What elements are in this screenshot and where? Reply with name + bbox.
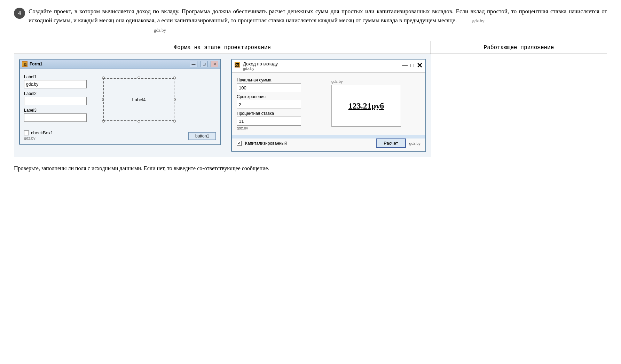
app-left-section: Начальная сумма Срок хранения Процентная… — [237, 76, 306, 130]
watermark-1: gdz.by — [472, 18, 484, 23]
checkbox-row: checkBox1 — [24, 130, 53, 135]
left-col-content: 🖼 Form1 — ⊡ ✕ Label1 Label2 — [14, 54, 226, 157]
two-columns-layout: Форма на этапе проектирования Работающее… — [14, 41, 607, 157]
app-label2: Срок хранения — [237, 94, 306, 99]
label4-text: Label4 — [132, 97, 146, 102]
result-box: 123.21руб — [331, 85, 401, 127]
right-panel-header: Работающее приложение — [431, 41, 607, 54]
button1[interactable]: button1 — [188, 132, 216, 140]
form-bottom-row: checkBox1 gdz.by button1 — [24, 127, 216, 140]
app-close-btn[interactable]: ✕ — [417, 61, 423, 70]
app-input3[interactable] — [237, 117, 301, 126]
label2: Label2 — [24, 91, 94, 96]
maximize-btn[interactable]: ⊡ — [200, 61, 208, 67]
design-form-titlebar: 🖼 Form1 — ⊡ ✕ — [20, 60, 220, 69]
left-panel-header: Форма на этапе проектирования — [14, 41, 431, 54]
app-checkbox[interactable]: ✓ — [237, 141, 242, 146]
app-body: Начальная сумма Срок хранения Процентная… — [232, 73, 425, 135]
app-right-section: gdz.by 123.21руб — [312, 76, 420, 130]
app-label1: Начальная сумма — [237, 78, 306, 82]
label4-box: Label4 — [103, 78, 174, 121]
footer-text: Проверьте, заполнены ли поля с исходными… — [14, 164, 607, 173]
app-window-controls: — □ ✕ — [402, 61, 423, 70]
design-form: 🖼 Form1 — ⊡ ✕ Label1 Label2 — [19, 59, 221, 145]
label3: Label3 — [24, 108, 94, 113]
form-left-section: Label1 Label2 Label3 — [24, 72, 94, 122]
task-text: Создайте проект, в котором вычисляется д… — [29, 7, 607, 34]
input2[interactable] — [24, 97, 87, 105]
form-right-section: Label4 — [101, 72, 216, 124]
app-title: Доход по вкладу — [243, 61, 399, 66]
app-checkbox-label: Капитализированный — [245, 141, 287, 146]
checkmark-icon: ✓ — [238, 141, 241, 145]
app-icon: 🖼 — [235, 62, 240, 68]
app-input2[interactable] — [237, 100, 301, 109]
task-text-content: Создайте проект, в котором вычисляется д… — [29, 8, 607, 24]
input3[interactable] — [24, 113, 87, 122]
app-maximize-btn[interactable]: □ — [410, 62, 414, 69]
checkbox-section: checkBox1 gdz.by — [24, 127, 53, 140]
close-btn[interactable]: ✕ — [211, 61, 218, 67]
app-titlebar: 🖼 Доход по вкладу gdz.by — □ ✕ — [232, 60, 425, 73]
form-row-main: Label1 Label2 Label3 — [24, 72, 216, 124]
task-block: 4 Создайте проект, в котором вычисляется… — [14, 7, 607, 34]
label1: Label1 — [24, 74, 94, 79]
task-number: 4 — [14, 8, 25, 19]
app-gdz-right: gdz.by — [331, 79, 401, 84]
running-app: 🖼 Доход по вкладу gdz.by — □ ✕ — [231, 59, 426, 152]
form-watermark: gdz.by — [24, 136, 53, 140]
form-body: Label1 Label2 Label3 — [20, 69, 220, 144]
form-title: Form1 — [30, 62, 187, 66]
app-bottom-bar: ✓ Капитализированный Расчет gdz.by — [232, 139, 425, 151]
app-gdz-middle: gdz.by — [237, 126, 306, 130]
label4-container: Label4 — [101, 75, 177, 124]
app-minimize-btn[interactable]: — — [402, 62, 408, 69]
app-gdz-bottom: gdz.by — [409, 141, 420, 145]
result-value: 123.21руб — [348, 101, 384, 111]
app-label3: Процентная ставка — [237, 111, 306, 116]
input1[interactable] — [24, 80, 87, 88]
watermark-2: gdz.by — [154, 27, 166, 33]
calc-button[interactable]: Расчет — [376, 139, 406, 148]
minimize-btn[interactable]: — — [190, 61, 197, 67]
checkbox-label: checkBox1 — [31, 130, 53, 135]
checkbox-box[interactable] — [24, 130, 29, 135]
app-input1[interactable] — [237, 83, 301, 92]
app-subtitle: gdz.by — [243, 66, 399, 71]
app-title-block: Доход по вкладу gdz.by — [243, 61, 399, 71]
right-col-content: 🖼 Доход по вкладу gdz.by — □ ✕ — [226, 54, 431, 157]
form-icon: 🖼 — [22, 61, 27, 67]
